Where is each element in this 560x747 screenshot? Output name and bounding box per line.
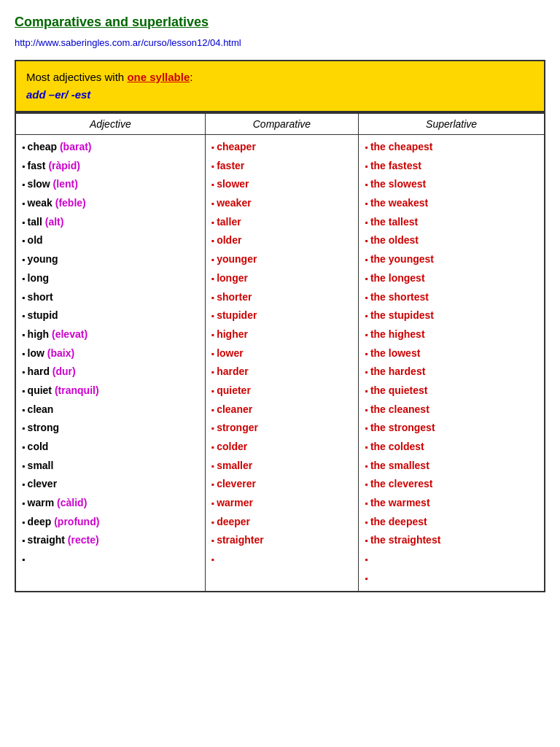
list-item: the cleanest bbox=[365, 400, 538, 419]
list-item: straighter bbox=[211, 531, 353, 550]
list-item: stronger bbox=[211, 419, 353, 438]
superlative-column: the cheapestthe fastestthe slowestthe we… bbox=[359, 135, 545, 592]
list-item bbox=[365, 550, 538, 569]
list-item bbox=[365, 569, 538, 588]
list-item: older bbox=[211, 231, 353, 250]
list-item: short bbox=[22, 288, 199, 307]
list-item: shorter bbox=[211, 288, 353, 307]
list-item: the tallest bbox=[365, 213, 538, 232]
list-item: stupider bbox=[211, 306, 353, 325]
list-item: clean bbox=[22, 400, 199, 419]
list-item: warm (càlid) bbox=[22, 494, 199, 513]
header-comparative: Comparative bbox=[205, 113, 359, 135]
list-item: the quietest bbox=[365, 382, 538, 400]
list-item: deep (profund) bbox=[22, 513, 199, 532]
list-item: the smallest bbox=[365, 457, 538, 476]
adjective-list: cheap (barat)fast (ràpid)slow (lent)weak… bbox=[22, 138, 199, 569]
list-item: warmer bbox=[211, 494, 353, 513]
list-item: straight (recte) bbox=[22, 531, 199, 550]
page-link[interactable]: http://www.saberingles.com.ar/curso/less… bbox=[15, 37, 545, 48]
list-item: the stupidest bbox=[365, 306, 538, 325]
list-item: the strongest bbox=[365, 419, 538, 438]
list-item: cheap (barat) bbox=[22, 138, 199, 157]
list-item: the longest bbox=[365, 269, 538, 288]
list-item: the youngest bbox=[365, 250, 538, 269]
list-item: the hardest bbox=[365, 363, 538, 382]
adjective-column: cheap (barat)fast (ràpid)slow (lent)weak… bbox=[15, 135, 205, 592]
list-item: the slowest bbox=[365, 175, 538, 194]
list-item: the cheapest bbox=[365, 138, 538, 157]
page-title: Comparatives and superlatives bbox=[15, 15, 545, 30]
er-est-highlight: add –er/ -est bbox=[26, 88, 90, 101]
list-item: the highest bbox=[365, 325, 538, 344]
list-item: cleaner bbox=[211, 400, 353, 419]
list-item: the oldest bbox=[365, 231, 538, 250]
header-superlative: Superlative bbox=[359, 113, 545, 135]
list-item bbox=[22, 550, 199, 569]
list-item: small bbox=[22, 457, 199, 476]
list-item: colder bbox=[211, 438, 353, 457]
list-item: the fastest bbox=[365, 157, 538, 176]
list-item: quieter bbox=[211, 382, 353, 400]
list-item: slower bbox=[211, 175, 353, 194]
list-item: deeper bbox=[211, 513, 353, 532]
list-item: fast (ràpid) bbox=[22, 157, 199, 176]
list-item: cheaper bbox=[211, 138, 353, 157]
list-item: high (elevat) bbox=[22, 325, 199, 344]
list-item: taller bbox=[211, 213, 353, 232]
header-adjective: Adjective bbox=[15, 113, 205, 135]
list-item: lower bbox=[211, 344, 353, 363]
list-item: weaker bbox=[211, 194, 353, 213]
list-item: cleverer bbox=[211, 475, 353, 494]
list-item: the shortest bbox=[365, 288, 538, 307]
intro-line1: Most adjectives with one syllable: bbox=[26, 71, 192, 83]
list-item: the cleverest bbox=[365, 475, 538, 494]
list-item: the weakest bbox=[365, 194, 538, 213]
comparative-column: cheaperfasterslowerweakertallerolderyoun… bbox=[205, 135, 359, 592]
list-item bbox=[211, 550, 353, 569]
list-item: hard (dur) bbox=[22, 363, 199, 382]
list-item: the coldest bbox=[365, 438, 538, 457]
list-item: harder bbox=[211, 363, 353, 382]
list-item: old bbox=[22, 231, 199, 250]
list-item: long bbox=[22, 269, 199, 288]
list-item: low (baix) bbox=[22, 344, 199, 363]
list-item: longer bbox=[211, 269, 353, 288]
list-item: clever bbox=[22, 475, 199, 494]
list-item: weak (feble) bbox=[22, 194, 199, 213]
list-item: smaller bbox=[211, 457, 353, 476]
list-item: younger bbox=[211, 250, 353, 269]
list-item: quiet (tranquil) bbox=[22, 382, 199, 400]
list-item: slow (lent) bbox=[22, 175, 199, 194]
comparatives-table: Adjective Comparative Superlative cheap … bbox=[15, 112, 545, 592]
intro-box: Most adjectives with one syllable: add –… bbox=[15, 60, 545, 112]
list-item: the deepest bbox=[365, 513, 538, 532]
list-item: stupid bbox=[22, 306, 199, 325]
list-item: tall (alt) bbox=[22, 213, 199, 232]
list-item: the straightest bbox=[365, 531, 538, 550]
comparative-list: cheaperfasterslowerweakertallerolderyoun… bbox=[211, 138, 353, 569]
list-item: higher bbox=[211, 325, 353, 344]
list-item: young bbox=[22, 250, 199, 269]
list-item: strong bbox=[22, 419, 199, 438]
list-item: cold bbox=[22, 438, 199, 457]
superlative-list: the cheapestthe fastestthe slowestthe we… bbox=[365, 138, 538, 588]
list-item: the warmest bbox=[365, 494, 538, 513]
list-item: faster bbox=[211, 157, 353, 176]
list-item: the lowest bbox=[365, 344, 538, 363]
one-syllable-highlight: one syllable bbox=[127, 71, 190, 83]
